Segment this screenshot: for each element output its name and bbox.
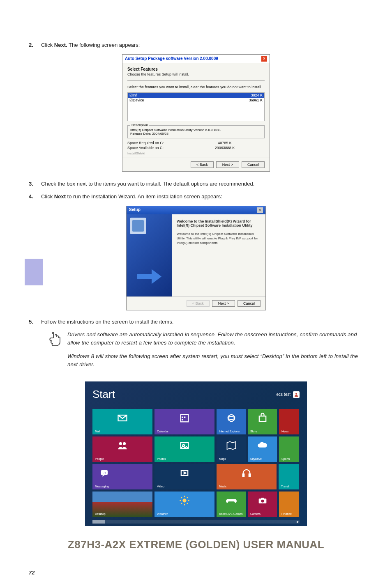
headphones-icon: [241, 467, 252, 479]
note-text: Drivers and software are automatically i…: [67, 331, 363, 374]
step-5: 5. Follow the instructions on the screen…: [29, 318, 363, 326]
svg-rect-2: [181, 415, 189, 422]
back-button[interactable]: < Back: [191, 161, 214, 168]
camera-icon: [257, 495, 268, 506]
step-number: 4.: [29, 193, 41, 201]
tile-store[interactable]: Store: [248, 409, 277, 434]
chipset-icon: [130, 218, 146, 234]
svg-rect-3: [182, 417, 183, 418]
svg-rect-16: [249, 474, 251, 476]
tile-messaging[interactable]: :-) Messaging: [92, 464, 152, 489]
svg-rect-5: [182, 419, 183, 420]
close-icon[interactable]: ×: [261, 56, 267, 62]
instruction-text: Select the features you want to install,…: [127, 85, 265, 89]
step-text: Click Next. The following screen appears…: [41, 41, 363, 49]
sun-icon: [179, 495, 190, 506]
cancel-button[interactable]: Cancel: [242, 161, 265, 168]
space-required-row: Space Required on C: 40785 K: [127, 141, 265, 145]
cloud-icon: [257, 440, 268, 451]
user-avatar-icon: [293, 391, 300, 398]
installer-select-features-dialog: Auto Setup Package software Version 2.00…: [122, 54, 270, 172]
svg-point-6: [228, 415, 234, 421]
tile-photos[interactable]: Photos: [154, 436, 214, 462]
features-listbox[interactable]: ☑ Inf 3824 K ☑ Device 36961 K: [127, 92, 265, 121]
svg-line-22: [181, 497, 182, 498]
user-account[interactable]: ecs test: [277, 391, 300, 398]
space-available-row: Space Available on C: 29063888 K: [127, 146, 265, 150]
tile-skydrive[interactable]: SkyDrive: [248, 436, 277, 462]
svg-point-9: [123, 442, 126, 445]
win8-start-screen: Start ecs test Mail Calendar Internet Ex…: [85, 381, 307, 526]
store-icon: [257, 412, 268, 424]
step-text: Click Next to run the Installation Wizar…: [41, 193, 363, 201]
arrow-icon: [137, 264, 161, 289]
wizard-body: Welcome to the Intel(R) Chipset Software…: [177, 232, 261, 246]
dialog-buttons: < Back Next > Cancel: [127, 296, 265, 310]
tile-people[interactable]: People: [92, 436, 152, 462]
next-button[interactable]: Next >: [212, 300, 235, 307]
feature-row-inf[interactable]: ☑ Inf 3824 K: [128, 93, 264, 98]
tile-news[interactable]: News: [279, 409, 299, 434]
note-callout: Drivers and software are automatically i…: [45, 331, 363, 374]
step-3: 3. Check the box next to the items you w…: [29, 180, 363, 188]
page-number: 72: [29, 570, 35, 576]
dialog-titlebar: Auto Setup Package software Version 2.00…: [122, 55, 270, 63]
tile-ie[interactable]: Internet Explorer: [217, 409, 246, 434]
cancel-button[interactable]: Cancel: [238, 300, 261, 307]
tile-finance[interactable]: Finance: [279, 492, 299, 517]
tile-music[interactable]: Music: [217, 464, 277, 489]
installshield-label: InstallShield: [127, 152, 265, 155]
svg-point-8: [119, 442, 122, 445]
dialog-buttons: < Back Next > Cancel: [122, 158, 270, 171]
dialog-title: Auto Setup Package software Version 2.00…: [125, 56, 218, 61]
tile-maps[interactable]: Maps: [217, 436, 246, 462]
svg-text::-): :-): [103, 471, 106, 474]
close-icon[interactable]: ×: [257, 207, 263, 213]
section-subheading: Choose the features Setup will install.: [127, 72, 265, 76]
description-box: Description Intel(R) Chipset Software In…: [127, 125, 265, 138]
step-text: Check the box next to the items you want…: [41, 180, 363, 188]
calendar-icon: [179, 412, 190, 424]
divider: [127, 80, 265, 81]
tile-mail[interactable]: Mail: [92, 409, 152, 434]
tile-travel[interactable]: Travel: [279, 464, 299, 489]
svg-point-7: [228, 417, 234, 420]
maps-icon: [226, 440, 237, 451]
people-icon: [117, 440, 128, 451]
tile-weather[interactable]: Weather: [154, 492, 214, 517]
svg-rect-15: [243, 474, 244, 476]
game-controller-icon: [226, 495, 237, 506]
footer-title: Z87H3-A2X EXTREME (GOLDEN) USER MANUAL: [29, 538, 363, 551]
step-number: 5.: [29, 318, 41, 326]
scroll-right-arrow-icon[interactable]: ▶: [297, 520, 299, 524]
description-label: Description: [130, 123, 149, 127]
next-button[interactable]: Next >: [216, 161, 239, 168]
back-button-disabled: < Back: [187, 300, 210, 307]
tile-xbox[interactable]: Xbox LIVE Games: [217, 492, 246, 517]
tile-video[interactable]: Video: [154, 464, 214, 489]
svg-line-24: [181, 503, 182, 504]
tile-desktop[interactable]: Desktop: [92, 492, 152, 517]
dialog-title: Setup: [129, 207, 141, 213]
step-2: 2. Click Next. The following screen appe…: [29, 41, 363, 49]
dialog-sidebar-graphic: [127, 214, 172, 296]
side-tab: [25, 259, 43, 285]
tiles-grid: Mail Calendar Internet Explorer Store Ne…: [92, 409, 300, 517]
tile-sports[interactable]: Sports: [279, 436, 299, 462]
svg-rect-28: [261, 498, 264, 499]
step-4: 4. Click Next to run the Installation Wi…: [29, 193, 363, 201]
messaging-icon: :-): [99, 467, 111, 479]
svg-point-17: [182, 498, 186, 502]
mail-icon: [117, 412, 128, 424]
pointing-hand-icon: [45, 331, 62, 374]
tile-calendar[interactable]: Calendar: [154, 409, 214, 434]
feature-row-device[interactable]: ☑ Device 36961 K: [128, 98, 264, 103]
svg-rect-4: [184, 417, 186, 418]
photos-icon: [179, 440, 190, 451]
step-number: 3.: [29, 180, 41, 188]
video-icon: [179, 467, 190, 479]
horizontal-scrollbar[interactable]: ▶: [92, 520, 300, 524]
scroll-thumb[interactable]: [92, 520, 105, 524]
internet-explorer-icon: [226, 412, 237, 424]
tile-camera[interactable]: Camera: [248, 492, 277, 517]
